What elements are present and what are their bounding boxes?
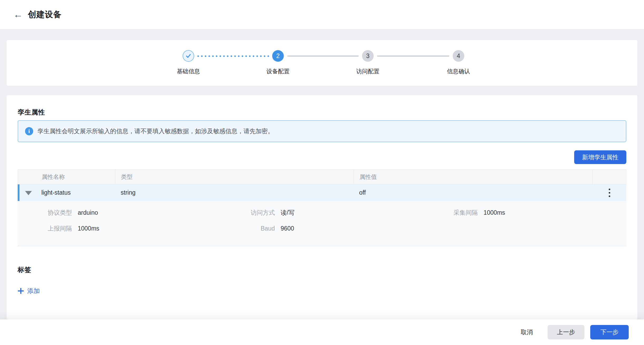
row-detail-panel: 协议类型arduino 访问方式读/写 采集间隔1000ms 上报间隔1000m… xyxy=(18,201,626,246)
add-tag-button[interactable]: 添加 xyxy=(18,287,40,295)
twin-attrs-title: 孪生属性 xyxy=(18,108,45,117)
check-icon xyxy=(183,50,194,62)
top-header: ← 创建设备 xyxy=(0,0,644,29)
step-connector xyxy=(287,55,359,57)
detail-baud: Baud9600 xyxy=(221,225,423,232)
step-number-badge: 4 xyxy=(453,50,464,62)
col-header-attr-name: 属性名称 xyxy=(18,170,115,184)
collapse-caret-icon[interactable] xyxy=(25,191,32,195)
detail-collect-interval: 采集间隔1000ms xyxy=(423,209,626,217)
wizard-footer: 取消 上一步 下一步 xyxy=(0,319,644,345)
detail-report-interval: 上报间隔1000ms xyxy=(18,224,221,233)
info-icon: i xyxy=(25,127,33,135)
step-label: 基础信息 xyxy=(162,68,215,75)
step-connector xyxy=(377,55,449,57)
step-label: 信息确认 xyxy=(432,68,485,75)
add-tag-label: 添加 xyxy=(27,287,40,295)
alert-text: 孪生属性会明文展示所输入的信息，请不要填入敏感数据，如涉及敏感信息，请先加密。 xyxy=(37,127,274,135)
page-title: 创建设备 xyxy=(28,9,62,20)
add-twin-attr-button[interactable]: 新增孪生属性 xyxy=(574,150,626,164)
tags-title: 标签 xyxy=(18,265,31,274)
kebab-menu-icon[interactable] xyxy=(606,186,613,199)
table-header-row: 属性名称 类型 属性值 xyxy=(18,169,626,184)
table-row[interactable]: light-status string off xyxy=(18,184,626,201)
twin-attrs-alert: i 孪生属性会明文展示所输入的信息，请不要填入敏感数据，如涉及敏感信息，请先加密… xyxy=(18,120,626,142)
plus-icon xyxy=(18,288,24,294)
col-header-type: 类型 xyxy=(115,170,354,184)
back-icon[interactable]: ← xyxy=(12,8,24,21)
step-connector-done xyxy=(196,55,270,57)
stepper: 基础信息 2 设备配置 3 访问配置 4 信息确认 xyxy=(7,40,637,86)
step-label: 设备配置 xyxy=(252,68,304,75)
prev-step-button[interactable]: 上一步 xyxy=(548,325,584,339)
device-config-panel: 孪生属性 i 孪生属性会明文展示所输入的信息，请不要填入敏感数据，如涉及敏感信息… xyxy=(7,95,637,319)
detail-protocol-type: 协议类型arduino xyxy=(18,209,221,217)
step-number-badge: 3 xyxy=(362,50,374,62)
attr-name-cell: light-status xyxy=(41,189,71,196)
attr-type-cell: string xyxy=(115,184,354,201)
step-number-badge: 2 xyxy=(272,50,284,62)
twin-attrs-table: 属性名称 类型 属性值 light-status string off 协议类型… xyxy=(18,169,626,246)
col-header-attr-value: 属性值 xyxy=(354,170,593,184)
col-header-actions xyxy=(593,170,627,184)
detail-access-mode: 访问方式读/写 xyxy=(221,209,423,217)
next-step-button[interactable]: 下一步 xyxy=(590,325,629,339)
step-label: 访问配置 xyxy=(341,68,394,75)
attr-value-cell: off xyxy=(354,184,592,201)
cancel-button[interactable]: 取消 xyxy=(518,325,535,339)
